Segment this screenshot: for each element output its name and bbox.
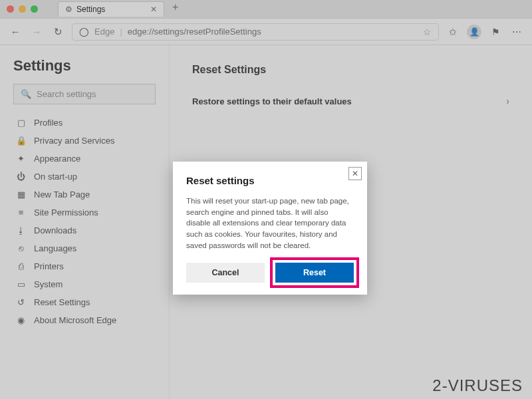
reset-button-highlight: Reset: [270, 257, 359, 288]
dialog-close-button[interactable]: ✕: [348, 167, 362, 180]
watermark: 2-VIRUSES: [432, 376, 523, 395]
dialog-title: Reset settings: [186, 175, 354, 186]
reset-settings-dialog: ✕ Reset settings This will reset your st…: [173, 162, 367, 295]
cancel-button[interactable]: Cancel: [186, 263, 265, 283]
dialog-body: This will reset your start-up page, new …: [186, 196, 354, 251]
dialog-button-row: Cancel Reset: [186, 263, 354, 283]
reset-button[interactable]: Reset: [275, 263, 354, 283]
